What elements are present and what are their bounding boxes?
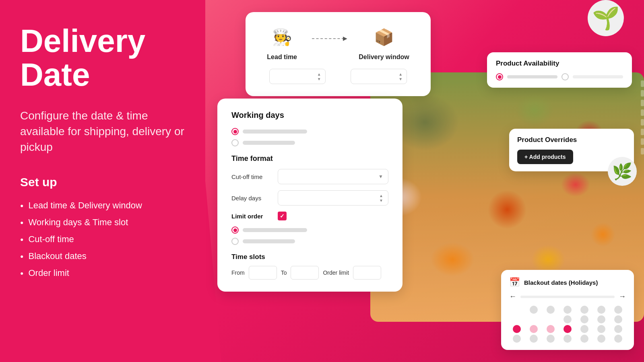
cal-cell	[547, 315, 555, 323]
working-days-card: Working days Time format Cut-off time ▼ …	[217, 99, 402, 292]
cal-cell-highlighted[interactable]	[564, 325, 572, 333]
cal-cell	[513, 335, 521, 343]
order-limit-input[interactable]	[353, 266, 381, 280]
limit-order-row: Limit order ✓	[231, 212, 388, 220]
forward-arrow[interactable]: →	[619, 292, 626, 301]
time-format-title: Time format	[231, 154, 388, 163]
blackout-dates-card: 📅 Blackout dates (Holidays) ← →	[501, 270, 634, 350]
nav-bar	[520, 296, 615, 298]
cal-cell	[564, 315, 572, 323]
delay-stepper[interactable]: ▲▼	[379, 193, 383, 203]
placeholder-bar-2	[243, 141, 295, 145]
lead-time-label: Lead time	[267, 53, 297, 61]
limit-order-radio-group	[231, 226, 388, 245]
pa-bar-2	[573, 75, 623, 78]
setup-title: Set up	[20, 175, 185, 189]
from-input[interactable]	[249, 266, 277, 280]
placeholder-bar-1	[243, 130, 307, 134]
cal-cell	[597, 325, 605, 333]
list-item: Lead time & Delivery window	[20, 197, 185, 214]
cal-cell	[580, 335, 588, 343]
stepper-arrows-lead[interactable]: ▲▼	[317, 72, 321, 81]
lead-time-card: 🧑‍🍳 Lead time 📦 Delivery window ▲▼	[246, 12, 431, 96]
order-limit-label: Order limit	[323, 269, 349, 276]
calendar-icon: 📅	[509, 277, 520, 288]
dropdown-arrow: ▼	[378, 174, 383, 179]
cal-cell	[547, 335, 555, 343]
decorative-dashes	[641, 80, 644, 154]
limit-radio-item-2[interactable]	[231, 238, 388, 245]
radio-selected[interactable]	[231, 128, 239, 135]
cal-cell	[530, 306, 538, 314]
time-slots-section: Time slots From To Order limit	[231, 253, 388, 280]
pa-bar-1	[507, 75, 557, 78]
limit-order-label: Limit order	[231, 213, 272, 220]
cal-cell	[564, 335, 572, 343]
cal-cell	[530, 335, 538, 343]
radio-item-1[interactable]	[231, 128, 388, 135]
pa-radio-empty[interactable]	[561, 73, 569, 80]
arrow-connector	[312, 38, 344, 47]
cal-cell	[614, 306, 622, 314]
cal-cell	[580, 325, 588, 333]
time-slot-row: From To Order limit	[231, 266, 388, 280]
pa-radio-selected[interactable]	[496, 73, 503, 80]
setup-list: Lead time & Delivery window Working days…	[20, 197, 185, 282]
calendar-grid	[509, 306, 626, 343]
cal-cell	[614, 315, 622, 323]
list-item: Working days & Time slot	[20, 214, 185, 231]
product-overrides-title: Product Overrides	[517, 136, 626, 144]
cut-off-row: Cut-off time ▼	[231, 169, 388, 184]
add-products-button[interactable]: + Add products	[517, 150, 573, 164]
limit-radio-item-1[interactable]	[231, 226, 388, 234]
subtitle-text: Configure the date & time available for …	[20, 108, 185, 155]
cal-cell	[614, 325, 622, 333]
lead-time-icon: 🧑‍🍳	[269, 24, 295, 50]
cal-cell-light	[547, 325, 555, 333]
lead-time-stepper[interactable]: ▲▼	[269, 69, 326, 84]
delay-label: Delay days	[231, 195, 272, 202]
list-item: Blackout dates	[20, 248, 185, 265]
stepper-arrows-delivery[interactable]: ▲▼	[398, 72, 402, 81]
cal-cell-highlighted[interactable]	[513, 325, 521, 333]
cal-cell	[564, 306, 572, 314]
delivery-window-section: 📦 Delivery window	[359, 24, 409, 61]
back-arrow[interactable]: ←	[509, 292, 516, 301]
to-input[interactable]	[291, 266, 319, 280]
working-days-title: Working days	[231, 111, 388, 120]
delay-input[interactable]: ▲▼	[278, 190, 388, 206]
limit-placeholder-2	[243, 239, 295, 243]
radio-empty[interactable]	[231, 139, 239, 146]
plant-decoration-top: 🌱	[588, 0, 628, 52]
delay-days-row: Delay days ▲▼	[231, 190, 388, 206]
cal-cell	[530, 315, 538, 323]
right-panel: 🌱 🌿 🧑‍🍳 Lead time 📦 Delivery window	[205, 0, 644, 362]
cal-cell	[597, 335, 605, 343]
blackout-title: Blackout dates (Holidays)	[524, 279, 598, 286]
delivery-window-stepper[interactable]: ▲▼	[351, 69, 407, 84]
left-panel: Delivery Date Configure the date & time …	[0, 0, 205, 362]
cal-cell	[580, 315, 588, 323]
limit-radio-selected[interactable]	[231, 226, 239, 234]
to-label: To	[281, 269, 287, 276]
main-title: Delivery Date	[20, 24, 185, 92]
cal-cell	[513, 306, 521, 314]
cal-cell	[597, 306, 605, 314]
list-item: Order limit	[20, 265, 185, 282]
limit-radio-empty[interactable]	[231, 238, 239, 245]
time-slots-title: Time slots	[231, 253, 388, 261]
from-label: From	[231, 269, 245, 276]
product-availability-title: Product Availability	[496, 60, 623, 68]
cut-off-input[interactable]: ▼	[278, 169, 388, 184]
limit-order-checkbox[interactable]: ✓	[278, 212, 287, 220]
limit-placeholder-1	[243, 228, 307, 232]
blackout-header: 📅 Blackout dates (Holidays)	[509, 277, 626, 288]
radio-item-2[interactable]	[231, 139, 388, 146]
cut-off-label: Cut-off time	[231, 173, 272, 180]
cal-cell	[580, 306, 588, 314]
plant-decoration-mid: 🌿	[608, 157, 640, 189]
add-products-label: + Add products	[524, 154, 566, 160]
lead-time-section: 🧑‍🍳 Lead time	[267, 24, 297, 61]
delivery-window-label: Delivery window	[359, 53, 409, 61]
product-availability-row	[496, 73, 623, 80]
